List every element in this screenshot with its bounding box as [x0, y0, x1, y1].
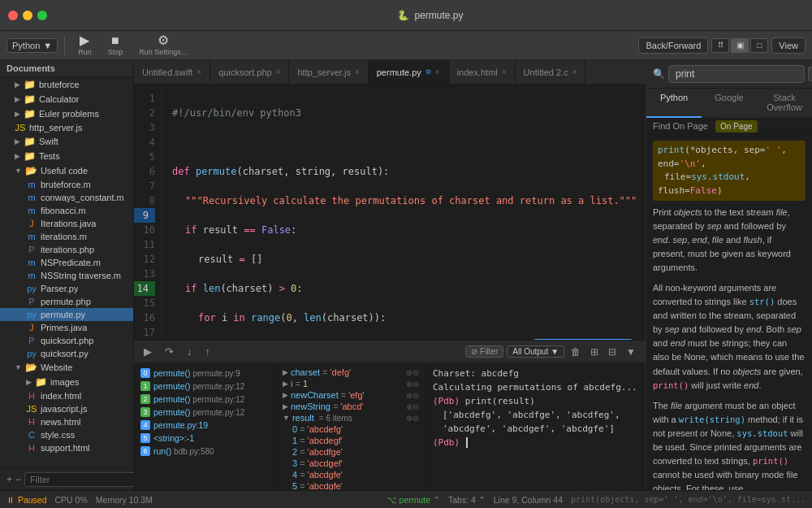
stack-frame-4[interactable]: 4 permute.py:19	[134, 419, 275, 432]
sidebar-item-primes[interactable]: J Primes.java	[0, 321, 133, 334]
stack-frame-0[interactable]: 0 permute() permute.py:9	[134, 367, 275, 380]
sidebar-filter-input[interactable]	[24, 472, 148, 487]
code-content[interactable]: #!/usr/bin/env python3 def permute(chars…	[162, 85, 646, 340]
search-input[interactable]	[668, 65, 805, 83]
tab-google[interactable]: Google	[702, 89, 757, 118]
tab-http-server-js[interactable]: http_server.js ×	[289, 60, 368, 84]
status-line-col[interactable]: Line 9, Column 44	[494, 495, 563, 505]
tab-quicksort-php[interactable]: quicksort.php ×	[210, 60, 289, 84]
sidebar-item-news-html[interactable]: H news.html	[0, 415, 133, 428]
status-tabs[interactable]: Tabs: 4 ⌃	[448, 495, 486, 505]
tab-close-icon[interactable]: ×	[572, 67, 577, 76]
stack-frame-6[interactable]: 6 run() bdb.py:580	[134, 445, 275, 458]
tab-stack-overflow[interactable]: Stack Overflow	[757, 89, 812, 118]
tab-close-icon[interactable]: ×	[276, 67, 281, 76]
var-result[interactable]: ▼ result = 6 items ⊕⊖	[276, 412, 425, 423]
sidebar-item-website[interactable]: ▼ 📂 Website	[0, 360, 133, 375]
run-button[interactable]: ▶ Run	[71, 31, 98, 59]
view-icon-2[interactable]: ▣	[731, 38, 749, 53]
var-result-1[interactable]: 1 = 'abcdegf'	[276, 435, 425, 446]
var-result-2[interactable]: 2 = 'abcdfge'	[276, 446, 425, 458]
var-result-0[interactable]: 0 = 'abcdefg'	[276, 423, 425, 435]
debug-step-over-icon[interactable]: ↷	[162, 344, 177, 359]
debug-trash-icon[interactable]: 🗑	[568, 345, 584, 359]
filter-label[interactable]: ⊘ Filter	[465, 345, 503, 358]
tab-untitled-2-c[interactable]: Untitled 2.c ×	[516, 60, 586, 84]
python-selector[interactable]: Python ▼	[6, 38, 58, 53]
back-forward-button[interactable]: Back/Forward	[638, 37, 708, 54]
close-button[interactable]	[8, 11, 18, 20]
sidebar-item-permute-php[interactable]: P permute.php	[0, 295, 133, 308]
sidebar-item-euler[interactable]: ▶ 📁 Euler problems	[0, 106, 133, 121]
plus-icon[interactable]: +	[6, 474, 12, 485]
java-file-icon: J	[26, 219, 37, 228]
tab-close-icon[interactable]: ×	[435, 67, 440, 76]
sidebar-item-fibonacci[interactable]: m fibonacci.m	[0, 204, 133, 217]
sidebar-item-iterations-java[interactable]: J Iterations.java	[0, 217, 133, 230]
tab-index-html[interactable]: index.html ×	[449, 60, 516, 84]
sidebar-item-iterations-m[interactable]: m iterations.m	[0, 230, 133, 243]
tab-close-icon[interactable]: ×	[502, 67, 507, 76]
tab-permute-py[interactable]: permute.py ⚙ ×	[369, 60, 449, 84]
var-newcharset[interactable]: ▶ newCharset = 'efg' ⊕⊖	[276, 389, 425, 401]
stack-frame-3[interactable]: 3 permute() permute.py:12	[134, 406, 275, 419]
var-result-5[interactable]: 5 = 'abcdgfe'	[276, 480, 425, 490]
minimize-button[interactable]	[23, 11, 32, 20]
debug-step-out-icon[interactable]: ↑	[202, 344, 214, 359]
tab-python[interactable]: Python	[646, 89, 702, 118]
var-result-3[interactable]: 3 = 'abcdgef'	[276, 458, 425, 469]
sidebar-item-iterations-php[interactable]: P iterations.php	[0, 243, 133, 256]
view-icon-1[interactable]: ⠿	[711, 38, 729, 53]
sidebar-item-permute-py[interactable]: py permute.py	[0, 308, 133, 321]
output-selector[interactable]: All Output ▼	[507, 345, 564, 358]
find-on-page-link[interactable]: Find On Page On Page	[646, 119, 812, 134]
debug-chevron-icon[interactable]: ▼	[623, 345, 639, 359]
view-button[interactable]: View	[771, 37, 806, 54]
var-result-4[interactable]: 4 = 'abcdgfe'	[276, 469, 425, 480]
sidebar-item-bruteforce[interactable]: ▶ 📁 bruteforce	[0, 77, 133, 92]
var-newstring[interactable]: ▶ newString = 'abcd' ⊕⊖	[276, 401, 425, 412]
sidebar-item-swift[interactable]: ▶ 📁 Swift	[0, 134, 133, 149]
sidebar-item-javascript-js[interactable]: JS javascript.js	[0, 402, 133, 415]
search-prev-button[interactable]: ‹	[808, 67, 812, 81]
sidebar-item-bruteforce-m[interactable]: m bruteforce.m	[0, 178, 133, 191]
sidebar-item-images[interactable]: ▶ 📁 images	[0, 375, 133, 389]
status-paused[interactable]: ⏸ Paused	[6, 495, 47, 505]
debug-play-icon[interactable]: ▶	[140, 344, 155, 359]
sidebar-item-support-html[interactable]: H support.html	[0, 441, 133, 454]
debug-layout-icon[interactable]: ⊞	[587, 345, 602, 359]
run-settings-button[interactable]: ⚙ Run Settings...	[132, 31, 193, 59]
php-file-icon: P	[26, 336, 37, 345]
tab-untitled-swift[interactable]: Untitled.swift ×	[134, 60, 210, 84]
var-charset[interactable]: ▶ charset = 'defg' ⊕⊖	[276, 367, 425, 378]
tab-close-icon[interactable]: ×	[355, 67, 360, 76]
maximize-button[interactable]	[37, 11, 47, 20]
tab-close-icon[interactable]: ×	[197, 67, 201, 76]
var-i[interactable]: ▶ i = 1 ⊕⊖	[276, 378, 425, 389]
sidebar-item-quicksort-py[interactable]: py quicksort.py	[0, 347, 133, 360]
sidebar-item-http-server[interactable]: JS http_server.js	[0, 121, 133, 134]
debug-step-into-icon[interactable]: ↓	[184, 344, 196, 359]
status-memory[interactable]: Memory 10.3M	[96, 495, 153, 505]
stack-frame-5[interactable]: 5 <string>:-1	[134, 432, 275, 445]
debug-expand-icon[interactable]: ⊟	[605, 345, 620, 359]
sidebar-item-tests[interactable]: ▶ 📁 Tests	[0, 149, 133, 163]
js-file-icon: JS	[26, 404, 37, 414]
view-icon-3[interactable]: □	[750, 38, 768, 53]
sidebar-item-nspredicate[interactable]: m NSPredicate.m	[0, 256, 133, 269]
code-editor[interactable]: 12345 678 9 10111213 14 1516171819 #!/us…	[134, 85, 646, 340]
sidebar-item-index-html[interactable]: H index.html	[0, 389, 133, 402]
stop-button[interactable]: ■ Stop	[102, 31, 130, 59]
status-permute[interactable]: ⌥ permute ⌃	[387, 495, 440, 505]
sidebar-item-parser[interactable]: py Parser.py	[0, 282, 133, 295]
sidebar-item-quicksort-php[interactable]: P quicksort.php	[0, 334, 133, 347]
sidebar-item-conways[interactable]: m conways_constant.m	[0, 191, 133, 204]
sidebar-item-useful-code[interactable]: ▼ 📂 Useful code	[0, 163, 133, 178]
sidebar-item-calculator[interactable]: ▶ 📁 Calculator	[0, 92, 133, 106]
minus-icon[interactable]: −	[15, 474, 21, 485]
sidebar-item-nsstring[interactable]: m NSString traverse.m	[0, 269, 133, 282]
stack-frame-2[interactable]: 2 permute() permute.py:12	[134, 393, 275, 406]
status-cpu[interactable]: CPU 0%	[55, 495, 88, 505]
sidebar-item-style-css[interactable]: C style.css	[0, 428, 133, 441]
stack-frame-1[interactable]: 1 permute() permute.py:12	[134, 380, 275, 393]
